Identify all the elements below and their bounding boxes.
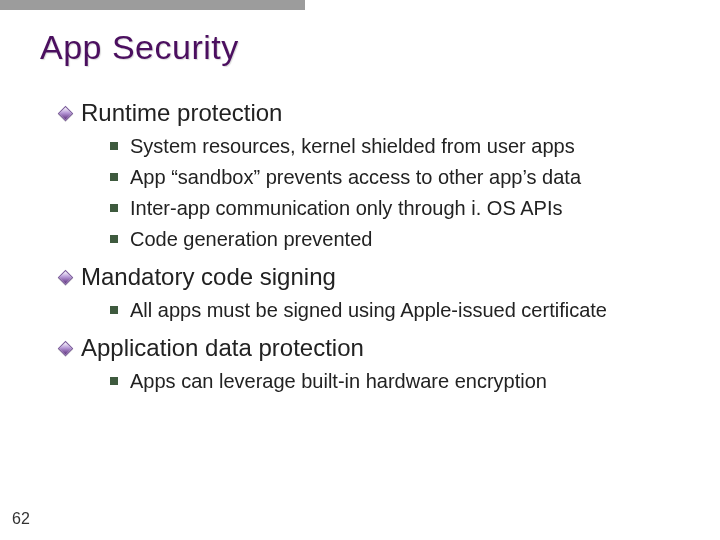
square-bullet-icon [110, 377, 118, 385]
slide-body: App Security Runtime protection System r… [40, 28, 700, 405]
square-bullet-icon [110, 142, 118, 150]
section: Mandatory code signing All apps must be … [60, 263, 700, 324]
section-heading: Mandatory code signing [81, 263, 336, 291]
list-item-text: Inter-app communication only through i. … [130, 195, 562, 222]
list-item-text: Code generation prevented [130, 226, 372, 253]
diamond-bullet-icon [58, 269, 74, 285]
square-bullet-icon [110, 306, 118, 314]
list-item-text: System resources, kernel shielded from u… [130, 133, 575, 160]
section-heading: Application data protection [81, 334, 364, 362]
square-bullet-icon [110, 173, 118, 181]
section-heading-row: Runtime protection [60, 99, 700, 127]
section: Application data protection Apps can lev… [60, 334, 700, 395]
section-heading-row: Mandatory code signing [60, 263, 700, 291]
section: Runtime protection System resources, ker… [60, 99, 700, 253]
list-item: All apps must be signed using Apple-issu… [110, 297, 700, 324]
slide-title: App Security [40, 28, 700, 67]
list-item: Inter-app communication only through i. … [110, 195, 700, 222]
list-item-text: All apps must be signed using Apple-issu… [130, 297, 607, 324]
list-item: Apps can leverage built-in hardware encr… [110, 368, 700, 395]
square-bullet-icon [110, 235, 118, 243]
list-item: App “sandbox” prevents access to other a… [110, 164, 700, 191]
diamond-bullet-icon [58, 340, 74, 356]
section-heading: Runtime protection [81, 99, 282, 127]
list-item: System resources, kernel shielded from u… [110, 133, 700, 160]
section-heading-row: Application data protection [60, 334, 700, 362]
square-bullet-icon [110, 204, 118, 212]
top-accent-bar [0, 0, 305, 10]
list-item-text: Apps can leverage built-in hardware encr… [130, 368, 547, 395]
list-item-text: App “sandbox” prevents access to other a… [130, 164, 581, 191]
list-item: Code generation prevented [110, 226, 700, 253]
diamond-bullet-icon [58, 105, 74, 121]
page-number: 62 [12, 510, 30, 528]
